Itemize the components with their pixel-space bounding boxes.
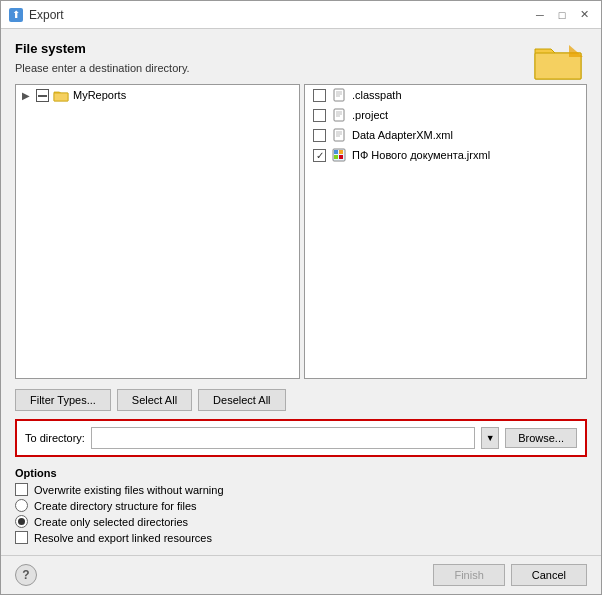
myreports-folder-icon	[53, 88, 69, 102]
select-all-button[interactable]: Select All	[117, 389, 192, 411]
options-section: Options Overwrite existing files without…	[15, 467, 587, 547]
title-bar: ⬆ Export ─ □ ✕	[1, 1, 601, 29]
file-row-jrxml[interactable]: ПФ Нового документа.jrxml	[305, 145, 586, 165]
folder-icon	[533, 37, 583, 81]
dropdown-arrow[interactable]: ▼	[481, 427, 499, 449]
myreports-checkbox[interactable]	[36, 89, 49, 102]
right-panel[interactable]: .classpath .project	[304, 84, 587, 379]
file-icon-project	[332, 108, 346, 122]
dataadapter-label: Data AdapterXM.xml	[352, 129, 453, 141]
left-panel[interactable]: ▶ MyReports	[15, 84, 300, 379]
to-directory-section: To directory: ▼ Browse...	[15, 419, 587, 457]
option-row-create-dir-structure: Create directory structure for files	[15, 499, 587, 512]
svg-rect-5	[334, 89, 344, 101]
resolve-linked-label: Resolve and export linked resources	[34, 532, 212, 544]
create-selected-dirs-radio[interactable]	[15, 515, 28, 528]
window-title: Export	[29, 8, 64, 22]
jrxml-label: ПФ Нового документа.jrxml	[352, 149, 490, 161]
file-row-project[interactable]: .project	[305, 105, 586, 125]
export-window: ⬆ Export ─ □ ✕ File system Please enter …	[0, 0, 602, 595]
svg-rect-20	[334, 155, 338, 159]
overwrite-label: Overwrite existing files without warning	[34, 484, 224, 496]
project-label: .project	[352, 109, 388, 121]
svg-rect-9	[334, 109, 344, 121]
finish-button[interactable]: Finish	[433, 564, 504, 586]
classpath-checkbox[interactable]	[313, 89, 326, 102]
jrxml-checkbox[interactable]	[313, 149, 326, 162]
overwrite-checkbox[interactable]	[15, 483, 28, 496]
close-button[interactable]: ✕	[575, 6, 593, 24]
cancel-button[interactable]: Cancel	[511, 564, 587, 586]
help-button[interactable]: ?	[15, 564, 37, 586]
title-bar-left: ⬆ Export	[9, 8, 64, 22]
section-title: File system	[15, 41, 587, 56]
minimize-button[interactable]: ─	[531, 6, 549, 24]
myreports-label: MyReports	[73, 89, 126, 101]
file-row-dataadapter[interactable]: Data AdapterXM.xml	[305, 125, 586, 145]
tree-item-myreports[interactable]: ▶ MyReports	[16, 85, 299, 105]
svg-rect-18	[334, 150, 338, 154]
svg-rect-21	[339, 155, 343, 159]
option-row-overwrite: Overwrite existing files without warning	[15, 483, 587, 496]
filter-types-button[interactable]: Filter Types...	[15, 389, 111, 411]
to-directory-label: To directory:	[25, 432, 85, 444]
main-content: File system Please enter a destination d…	[1, 29, 601, 555]
buttons-row: Filter Types... Select All Deselect All	[15, 389, 587, 411]
deselect-all-button[interactable]: Deselect All	[198, 389, 285, 411]
section-subtitle: Please enter a destination directory.	[15, 62, 587, 74]
panels-row: ▶ MyReports	[15, 84, 587, 379]
maximize-button[interactable]: □	[553, 6, 571, 24]
create-selected-dirs-label: Create only selected directories	[34, 516, 188, 528]
browse-button[interactable]: Browse...	[505, 428, 577, 448]
export-icon: ⬆	[9, 8, 23, 22]
tree-arrow: ▶	[22, 90, 32, 101]
to-directory-input[interactable]	[91, 427, 475, 449]
options-title: Options	[15, 467, 587, 479]
option-row-create-selected-dirs: Create only selected directories	[15, 515, 587, 528]
resolve-linked-checkbox[interactable]	[15, 531, 28, 544]
svg-rect-19	[339, 150, 343, 154]
footer: ? Finish Cancel	[1, 555, 601, 594]
file-icon-classpath	[332, 88, 346, 102]
svg-rect-13	[334, 129, 344, 141]
option-row-resolve-linked: Resolve and export linked resources	[15, 531, 587, 544]
file-icon-dataadapter	[332, 128, 346, 142]
svg-rect-4	[54, 93, 68, 101]
project-checkbox[interactable]	[313, 109, 326, 122]
create-dir-structure-radio[interactable]	[15, 499, 28, 512]
create-dir-structure-label: Create directory structure for files	[34, 500, 197, 512]
dataadapter-checkbox[interactable]	[313, 129, 326, 142]
footer-buttons: Finish Cancel	[433, 564, 587, 586]
folder-icon-area	[533, 37, 583, 84]
title-bar-controls: ─ □ ✕	[531, 6, 593, 24]
classpath-label: .classpath	[352, 89, 402, 101]
file-row-classpath[interactable]: .classpath	[305, 85, 586, 105]
file-icon-jrxml	[332, 148, 346, 162]
